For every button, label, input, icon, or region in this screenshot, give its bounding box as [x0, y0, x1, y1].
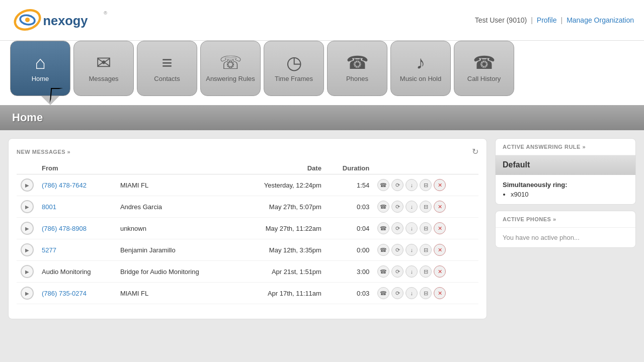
download-icon[interactable]: ↓: [406, 201, 418, 213]
messages-panel: NEW MESSAGES » ↻ From Date Duration ▶(78…: [8, 138, 487, 319]
nav-item-music-on-hold[interactable]: ♪Music on Hold: [390, 41, 451, 96]
main-content: NEW MESSAGES » ↻ From Date Duration ▶(78…: [0, 130, 644, 327]
nav-pointer-triangle: [41, 96, 59, 105]
download-icon[interactable]: ↓: [406, 265, 418, 278]
save-icon[interactable]: ⊟: [420, 244, 432, 256]
nav-item-answering-rules[interactable]: ☏Answering Rules: [200, 41, 261, 96]
call-icon[interactable]: ☎: [377, 179, 389, 191]
app-header: nexogy ® Test User (9010) | Profile | Ma…: [0, 0, 644, 41]
time-frames-icon: ◷: [286, 54, 302, 72]
delete-icon[interactable]: ✕: [434, 265, 446, 278]
delete-icon[interactable]: ✕: [434, 244, 446, 256]
action-icons: ☎⟳↓⊟✕: [377, 201, 474, 213]
col-date: Date: [235, 162, 326, 174]
call-icon[interactable]: ☎: [377, 244, 389, 256]
action-icons: ☎⟳↓⊟✕: [377, 244, 474, 256]
nav-item-contacts[interactable]: ≡Contacts: [137, 41, 197, 96]
download-icon[interactable]: ↓: [406, 244, 418, 256]
nav-item-messages[interactable]: ✉Messages: [73, 41, 134, 96]
from-link[interactable]: 8001: [42, 203, 56, 211]
refresh-icon[interactable]: ↻: [472, 147, 478, 156]
location-text: Benjamin Jaramillo: [116, 239, 235, 261]
nav-label-messages: Messages: [89, 75, 118, 83]
table-row: ▶(786) 735-0274MIAMI FLApr 17th, 11:11am…: [17, 283, 478, 304]
forward-icon[interactable]: ⟳: [391, 287, 404, 299]
call-icon[interactable]: ☎: [377, 201, 389, 213]
play-button[interactable]: ▶: [21, 222, 34, 235]
nav-label-call-history: Call History: [467, 75, 501, 83]
page-title-bar: Home: [0, 105, 644, 130]
nav-item-call-history[interactable]: ☎Call History: [454, 41, 514, 96]
location-text: Bridge for Audio Monitoring: [116, 261, 235, 283]
nav-label-music-on-hold: Music on Hold: [400, 75, 441, 83]
delete-icon[interactable]: ✕: [434, 179, 446, 191]
from-link[interactable]: (786) 735-0274: [42, 290, 87, 297]
ring-targets-list: x9010: [503, 191, 628, 198]
forward-icon[interactable]: ⟳: [391, 244, 404, 256]
download-icon[interactable]: ↓: [406, 179, 418, 191]
duration-text: 1:54: [326, 174, 373, 196]
ring-target-item: x9010: [511, 191, 628, 198]
save-icon[interactable]: ⊟: [420, 265, 432, 278]
from-link[interactable]: (786) 478-7642: [42, 182, 87, 189]
nav-item-home[interactable]: ⌂Home: [10, 41, 70, 96]
profile-link[interactable]: Profile: [537, 16, 557, 24]
messages-panel-title[interactable]: NEW MESSAGES »: [17, 149, 70, 155]
from-text: Audio Monitoring: [38, 261, 116, 283]
forward-icon[interactable]: ⟳: [391, 222, 404, 234]
call-icon[interactable]: ☎: [377, 287, 389, 299]
answering-rules-icon: ☏: [219, 54, 242, 72]
contacts-icon: ≡: [162, 54, 172, 72]
save-icon[interactable]: ⊟: [420, 222, 432, 234]
delete-icon[interactable]: ✕: [434, 222, 446, 234]
music-on-hold-icon: ♪: [416, 54, 425, 72]
call-icon[interactable]: ☎: [377, 222, 389, 234]
nav-item-phones[interactable]: ☎Phones: [327, 41, 387, 96]
nav-label-contacts: Contacts: [154, 75, 180, 83]
date-text: Apr 17th, 11:11am: [235, 283, 326, 304]
svg-text:®: ®: [104, 11, 107, 16]
delete-icon[interactable]: ✕: [434, 287, 446, 299]
nav-item-time-frames[interactable]: ◷Time Frames: [264, 41, 324, 96]
manage-org-link[interactable]: Manage Organization: [567, 16, 634, 24]
logo-area: nexogy ®: [10, 5, 111, 35]
action-icons: ☎⟳↓⊟✕: [377, 287, 474, 299]
from-link[interactable]: (786) 478-8908: [42, 225, 87, 232]
date-text: Apr 21st, 1:51pm: [235, 261, 326, 283]
from-link[interactable]: 5277: [42, 246, 56, 254]
ar-default-label[interactable]: Default: [496, 155, 635, 175]
action-icons: ☎⟳↓⊟✕: [377, 222, 474, 234]
ap-body: You have no active phon...: [496, 228, 635, 247]
answering-rule-panel: ACTIVE ANSWERING RULE » Default Simultan…: [495, 138, 636, 205]
date-text: May 12th, 3:35pm: [235, 239, 326, 261]
col-actions: [373, 162, 478, 174]
ap-header[interactable]: ACTIVE PHONES »: [496, 211, 635, 228]
col-play: [17, 162, 38, 174]
play-button[interactable]: ▶: [21, 178, 34, 192]
nav-label-answering-rules: Answering Rules: [206, 75, 255, 83]
separator-2: |: [560, 16, 562, 24]
date-text: May 27th, 5:07pm: [235, 196, 326, 218]
play-button[interactable]: ▶: [21, 200, 34, 213]
download-icon[interactable]: ↓: [406, 222, 418, 234]
messages-icon: ✉: [96, 54, 111, 72]
forward-icon[interactable]: ⟳: [391, 179, 404, 191]
play-button[interactable]: ▶: [21, 265, 34, 278]
forward-icon[interactable]: ⟳: [391, 201, 404, 213]
duration-text: 0:03: [326, 283, 373, 304]
save-icon[interactable]: ⊟: [420, 287, 432, 299]
download-icon[interactable]: ↓: [406, 287, 418, 299]
play-button[interactable]: ▶: [21, 287, 34, 300]
messages-panel-header: NEW MESSAGES » ↻: [17, 147, 478, 156]
play-button[interactable]: ▶: [21, 243, 34, 256]
location-text: MIAMI FL: [116, 174, 235, 196]
save-icon[interactable]: ⊟: [420, 201, 432, 213]
ar-header[interactable]: ACTIVE ANSWERING RULE »: [496, 139, 635, 155]
duration-text: 0:00: [326, 239, 373, 261]
call-icon[interactable]: ☎: [377, 265, 389, 278]
svg-text:nexogy: nexogy: [43, 14, 88, 28]
table-row: ▶(786) 478-8908unknownMay 27th, 11:22am0…: [17, 218, 478, 239]
forward-icon[interactable]: ⟳: [391, 265, 404, 278]
delete-icon[interactable]: ✕: [434, 201, 446, 213]
save-icon[interactable]: ⊟: [420, 179, 432, 191]
